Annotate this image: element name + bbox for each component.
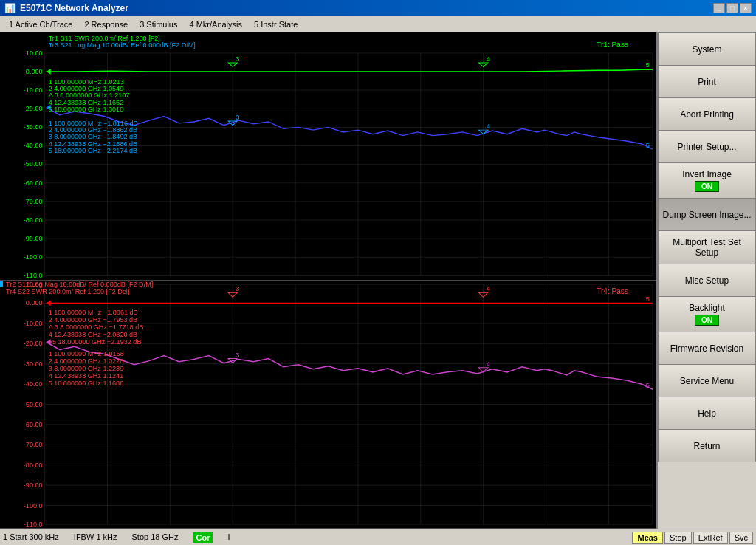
svg-text:-70.00: -70.00: [24, 441, 43, 448]
svg-text:-110.0: -110.0: [24, 521, 43, 528]
indicator-badge: I: [227, 532, 230, 543]
svg-text:-10.00: -10.00: [24, 320, 43, 327]
svg-text:Tr4: Pass: Tr4: Pass: [597, 287, 628, 295]
svg-text:-80.00: -80.00: [24, 462, 43, 469]
start-freq: 1 Start 300 kHz: [3, 532, 59, 543]
svg-text:-40.00: -40.00: [24, 380, 43, 388]
svg-text:1   100.00000 MHz    1.0158: 1 100.00000 MHz 1.0158: [49, 349, 124, 357]
multiport-test-button[interactable]: Multiport Test Set Setup: [658, 230, 756, 264]
svg-text:2   4.0000000 GHz   −1.8362 dB: 2 4.0000000 GHz −1.8362 dB: [49, 126, 138, 134]
invert-image-button[interactable]: Invert Image ON: [658, 162, 756, 198]
svg-text:1   100.00000 MHz   −1.8061 dB: 1 100.00000 MHz −1.8061 dB: [49, 309, 138, 316]
backlight-button[interactable]: Backlight ON: [658, 296, 756, 332]
svg-text:5: 5: [646, 382, 650, 389]
sidebar: System Print Abort Printing Printer Setu…: [656, 32, 756, 529]
svg-text:-60.00: -60.00: [24, 179, 43, 187]
svg-text:2   4.0000000 GHz    1.0549: 2 4.0000000 GHz 1.0549: [49, 85, 124, 92]
svg-text:5   18.000000 GHz    1.1686: 5 18.000000 GHz 1.1686: [49, 380, 124, 387]
svg-text:-20.00: -20.00: [24, 340, 43, 347]
svg-text:-10.00: -10.00: [24, 86, 43, 94]
minimize-button[interactable]: _: [713, 3, 725, 13]
svg-text:-100.0: -100.0: [24, 253, 43, 261]
printer-setup-button[interactable]: Printer Setup...: [658, 130, 756, 162]
svg-text:0.000: 0.000: [26, 68, 43, 75]
svg-rect-0: [0, 32, 656, 280]
svg-text:>5   18.000000 GHz   −2.1932 d: >5 18.000000 GHz −2.1932 dB: [49, 338, 142, 346]
help-button[interactable]: Help: [658, 397, 756, 429]
svg-text:4: 4: [487, 360, 490, 368]
system-button[interactable]: System: [658, 32, 756, 65]
svg-text:-90.00: -90.00: [24, 235, 43, 242]
extref-tab[interactable]: ExtRef: [693, 532, 728, 544]
svg-text:2   4.0000000 GHz    1.0228: 2 4.0000000 GHz 1.0228: [49, 357, 124, 365]
svg-text:5   18.000000 GHz    1.3010: 5 18.000000 GHz 1.3010: [49, 106, 124, 113]
svg-text:3: 3: [236, 55, 239, 63]
menu-stimulus[interactable]: 3 Stimulus: [134, 18, 183, 30]
menubar: 1 Active Ch/Trace 2 Response 3 Stimulus …: [0, 16, 756, 32]
svg-text:4   12.438933 GHz    1.1652: 4 12.438933 GHz 1.1652: [49, 99, 124, 106]
maximize-button[interactable]: □: [726, 3, 738, 13]
svg-text:Tr2 S12  Log Mag 10.00dB/ Ref : Tr2 S12 Log Mag 10.00dB/ Ref 0.000dB [F2…: [6, 281, 153, 288]
svg-text:-20.00: -20.00: [24, 105, 43, 112]
svg-text:1   100.00000 MHz   −1.8116 dB: 1 100.00000 MHz −1.8116 dB: [49, 120, 138, 127]
cor-badge: Cor: [193, 532, 213, 543]
chart-bottom: 10.00 0.000 -10.00 -20.00 -30.00 -40.00 …: [0, 281, 656, 529]
statusbar-left: 1 Start 300 kHz IFBW 1 kHz Stop 18 GHz C…: [3, 532, 230, 543]
svg-text:3   8.0000000 GHz   −1.8492 dB: 3 8.0000000 GHz −1.8492 dB: [49, 134, 138, 141]
firmware-revision-button[interactable]: Firmware Revision: [658, 332, 756, 364]
titlebar: 📊 E5071C Network Analyzer _ □ ×: [0, 0, 756, 16]
svg-text:-40.00: -40.00: [24, 143, 43, 150]
svg-text:-30.00: -30.00: [24, 360, 43, 368]
svg-text:3: 3: [236, 352, 239, 359]
svg-text:3: 3: [236, 114, 239, 122]
close-button[interactable]: ×: [740, 3, 752, 13]
stop-freq: Stop 18 GHz: [132, 532, 179, 543]
statusbar-right: Meas Stop ExtRef Svc: [632, 532, 753, 544]
svg-text:3: 3: [236, 285, 239, 292]
svg-text:4: 4: [487, 123, 490, 131]
return-button[interactable]: Return: [658, 429, 756, 462]
svg-text:0.000: 0.000: [26, 299, 43, 306]
svg-text:Tr4 S22  SWR  200.0m/ Ref 1.20: Tr4 S22 SWR 200.0m/ Ref 1.200 [F2 Del]: [6, 288, 129, 295]
meas-tab[interactable]: Meas: [632, 532, 663, 544]
svg-rect-114: [0, 281, 3, 287]
svg-text:-110.0: -110.0: [24, 272, 43, 280]
svg-text:-60.00: -60.00: [24, 421, 43, 428]
print-button[interactable]: Print: [658, 65, 756, 97]
svg-text:-70.00: -70.00: [24, 198, 43, 205]
svg-text:10.00: 10.00: [26, 49, 43, 57]
backlight-indicator: ON: [695, 315, 719, 326]
svg-text:-80.00: -80.00: [24, 216, 43, 224]
menu-active-ch-trace[interactable]: 1 Active Ch/Trace: [3, 18, 78, 30]
chart-area: 10.00 0.000 -10.00 -20.00 -30.00 -40.00 …: [0, 32, 656, 529]
app-title: E5071C Network Analyzer: [20, 3, 128, 13]
svg-text:4: 4: [487, 55, 490, 63]
titlebar-controls: _ □ ×: [713, 3, 752, 13]
ifbw: IFBW 1 kHz: [74, 532, 117, 543]
svg-text:1   100.00000 MHz    1.0213: 1 100.00000 MHz 1.0213: [49, 78, 124, 86]
svg-text:Tr1 S11  SWR  200.0m/ Ref 1.20: Tr1 S11 SWR 200.0m/ Ref 1.200 [F2]: [49, 35, 160, 43]
svg-text:-50.00: -50.00: [24, 401, 43, 408]
svg-text:4: 4: [487, 285, 490, 292]
svg-text:Δ 3   8.0000000 GHz   −1.7718 : Δ 3 8.0000000 GHz −1.7718 dB: [49, 323, 144, 331]
menu-mkr-analysis[interactable]: 4 Mkr/Analysis: [183, 18, 248, 30]
svg-text:Δ 3   8.0000000 GHz    1.2107: Δ 3 8.0000000 GHz 1.2107: [49, 92, 130, 100]
abort-printing-button[interactable]: Abort Printing: [658, 97, 756, 130]
svg-text:Tr1: Pass: Tr1: Pass: [597, 40, 628, 48]
svg-text:-30.00: -30.00: [24, 124, 43, 131]
dump-screen-button[interactable]: Dump Screen Image...: [658, 198, 756, 230]
svg-text:3   8.0000000 GHz    1.2239: 3 8.0000000 GHz 1.2239: [49, 365, 124, 372]
menu-response[interactable]: 2 Response: [78, 18, 134, 30]
svg-text:5: 5: [646, 61, 650, 69]
stop-tab[interactable]: Stop: [664, 532, 692, 544]
main-layout: 10.00 0.000 -10.00 -20.00 -30.00 -40.00 …: [0, 32, 756, 529]
menu-instr-state[interactable]: 5 Instr State: [248, 18, 303, 30]
svc-tab[interactable]: Svc: [729, 532, 753, 544]
svg-text:5: 5: [646, 295, 650, 303]
svg-text:4   12.438933 GHz    1.1241: 4 12.438933 GHz 1.1241: [49, 372, 124, 380]
service-menu-button[interactable]: Service Menu: [658, 364, 756, 397]
statusbar: 1 Start 300 kHz IFBW 1 kHz Stop 18 GHz C…: [0, 529, 756, 545]
svg-text:-100.0: -100.0: [24, 502, 43, 510]
misc-setup-button[interactable]: Misc Setup: [658, 264, 756, 296]
app-icon: 📊: [4, 3, 16, 13]
